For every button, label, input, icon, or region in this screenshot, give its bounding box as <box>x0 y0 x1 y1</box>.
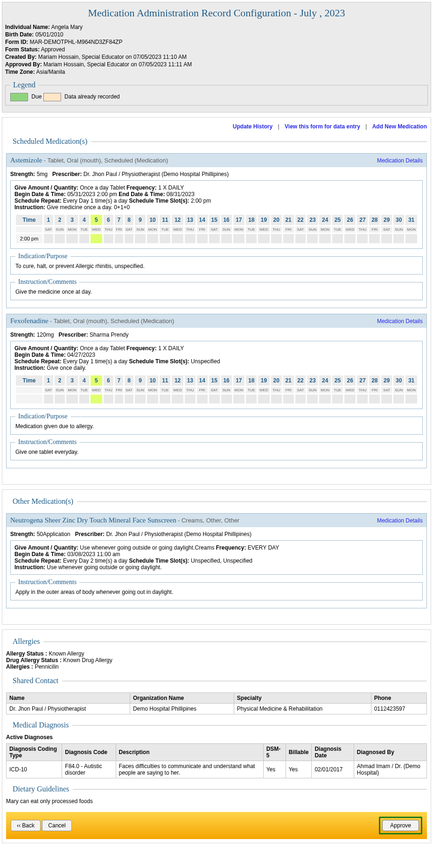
calendar-slot[interactable] <box>369 394 381 404</box>
calendar-slot[interactable] <box>220 394 232 404</box>
calendar-slot[interactable] <box>393 233 405 244</box>
calendar-slot[interactable] <box>90 394 103 404</box>
calendar-slot[interactable] <box>124 394 134 404</box>
dow-cell: SUN <box>393 387 405 394</box>
allergy-status-value: Known Allergy <box>49 650 84 657</box>
calendar-slot[interactable] <box>159 394 171 404</box>
calendar-slot[interactable] <box>282 394 294 404</box>
day-header: 31 <box>405 214 418 226</box>
calendar-slot[interactable] <box>184 394 196 404</box>
day-header: 27 <box>356 214 369 226</box>
calendar-slot[interactable] <box>245 233 258 244</box>
calendar-slot[interactable] <box>220 233 232 244</box>
calendar-slot[interactable] <box>171 394 184 404</box>
medication-subtitle: - Creams, Other, Other <box>178 517 239 524</box>
calendar-slot[interactable] <box>146 394 159 404</box>
begin-label: Begin Date & Time: <box>14 191 66 198</box>
medication-details-link[interactable]: Medication Details <box>377 517 423 524</box>
calendar-slot[interactable] <box>90 233 103 244</box>
calendar-slot[interactable] <box>331 233 343 244</box>
day-header: 16 <box>220 375 232 387</box>
add-medication-link[interactable]: Add New Medication <box>372 123 427 130</box>
dow-cell: MON <box>66 226 79 233</box>
calendar-slot[interactable] <box>307 394 319 404</box>
calendar-slot[interactable] <box>43 394 54 404</box>
calendar-slot[interactable] <box>319 233 332 244</box>
calendar-slot[interactable] <box>54 394 65 404</box>
calendar-slot[interactable] <box>134 233 146 244</box>
calendar-slot[interactable] <box>103 233 114 244</box>
calendar-slot[interactable] <box>184 233 196 244</box>
calendar-slot[interactable] <box>66 233 79 244</box>
calendar-slot[interactable] <box>294 394 307 404</box>
calendar-slot[interactable] <box>369 233 381 244</box>
calendar-slot[interactable] <box>208 233 220 244</box>
day-header: 13 <box>184 375 196 387</box>
calendar-slot[interactable] <box>196 394 208 404</box>
meta-block: Individual Name: Angela Mary Birth Date:… <box>5 24 428 75</box>
calendar-slot[interactable] <box>146 233 159 244</box>
calendar-slot[interactable] <box>405 394 418 404</box>
calendar-slot[interactable] <box>232 233 245 244</box>
calendar-slot[interactable] <box>270 233 282 244</box>
update-history-link[interactable]: Update History <box>233 123 272 130</box>
day-header: 1 <box>43 214 54 226</box>
dow-cell: TUE <box>245 387 258 394</box>
begin-value: 03/08/2023 11:00 am <box>67 551 120 557</box>
day-header: 20 <box>270 375 282 387</box>
calendar-slot[interactable] <box>393 394 405 404</box>
calendar-slot[interactable] <box>103 394 114 404</box>
strength-value: 120mg <box>37 332 54 338</box>
calendar-slot[interactable] <box>294 233 307 244</box>
view-form-link[interactable]: View this form for data entry <box>285 123 360 130</box>
calendar-slot[interactable] <box>381 233 393 244</box>
calendar-slot[interactable] <box>307 233 319 244</box>
calendar-slot[interactable] <box>124 233 134 244</box>
medication-details-link[interactable]: Medication Details <box>377 157 423 164</box>
calendar-slot[interactable] <box>381 394 393 404</box>
calendar-slot[interactable] <box>258 394 271 404</box>
calendar-slot[interactable] <box>78 233 90 244</box>
calendar-slot[interactable] <box>356 233 369 244</box>
dow-cell: WED <box>343 387 356 394</box>
calendar-slot[interactable] <box>54 233 65 244</box>
calendar-slot[interactable] <box>258 233 271 244</box>
dow-cell: WED <box>90 226 103 233</box>
calendar-slot[interactable] <box>331 394 343 404</box>
calendar-slot[interactable] <box>208 394 220 404</box>
calendar-slot[interactable] <box>245 394 258 404</box>
meta-value: Mariam Hossain, Special Educator on 07/0… <box>38 54 187 60</box>
prescriber-value: Dr. Jhon Paul / Physiotherapist (Demo Ho… <box>84 171 229 177</box>
th-desc: Description <box>116 744 263 761</box>
calendar-slot[interactable] <box>232 394 245 404</box>
calendar-slot[interactable] <box>66 394 79 404</box>
calendar-slot[interactable] <box>114 233 124 244</box>
medication-details-link[interactable]: Medication Details <box>377 318 423 325</box>
calendar-slot[interactable] <box>114 394 124 404</box>
back-button[interactable]: ‹‹ Back <box>11 820 41 831</box>
slots-value: Unspecified <box>191 358 220 365</box>
cancel-button[interactable]: Cancel <box>42 820 71 831</box>
calendar-slot[interactable] <box>134 394 146 404</box>
approve-button[interactable]: Approve <box>382 820 419 831</box>
calendar-slot[interactable] <box>319 394 332 404</box>
dow-cell: SUN <box>307 387 319 394</box>
empty-cell <box>15 226 43 233</box>
calendar-slot[interactable] <box>343 394 356 404</box>
td-by: Ahmad Imam / Dr. (Demo Hospital) <box>354 761 426 778</box>
medication-block: Astemizole - Tablet, Oral (mouth), Sched… <box>6 153 427 308</box>
calendar-slot[interactable] <box>196 233 208 244</box>
repeat-label: Schedule Repeat: <box>14 198 62 204</box>
calendar-slot[interactable] <box>159 233 171 244</box>
calendar-slot[interactable] <box>43 233 54 244</box>
calendar-slot[interactable] <box>270 394 282 404</box>
meta-value: Approved <box>41 46 65 53</box>
dietary-section: Dietary Guidelines Mary can eat only pro… <box>6 785 427 804</box>
calendar-slot[interactable] <box>171 233 184 244</box>
calendar-slot[interactable] <box>343 233 356 244</box>
calendar-slot[interactable] <box>78 394 90 404</box>
indication-fieldset: Indication/Purpose To cure, halt, or pre… <box>10 253 423 275</box>
calendar-slot[interactable] <box>356 394 369 404</box>
calendar-slot[interactable] <box>405 233 418 244</box>
calendar-slot[interactable] <box>282 233 294 244</box>
